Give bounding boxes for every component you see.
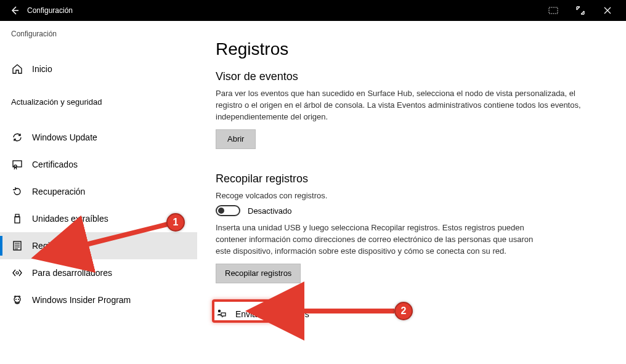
svg-point-8 <box>15 299 17 300</box>
feedback-link[interactable]: Enviar comentarios <box>216 308 608 321</box>
collect-logs-heading: Recopilar registros <box>216 172 608 185</box>
sidebar-item-label: Para desarrolladores <box>32 268 112 278</box>
sidebar: Configuración Inicio Actualización y seg… <box>0 21 197 364</box>
hub-icon-button[interactable] <box>540 0 567 21</box>
collect-toggle-caption: Recoge volcados con registros. <box>216 190 598 202</box>
sidebar-item-insider[interactable]: Windows Insider Program <box>0 286 197 313</box>
open-button[interactable]: Abrir <box>216 129 256 149</box>
usb-icon <box>11 212 23 225</box>
sidebar-item-label: Registros <box>32 241 68 251</box>
svg-rect-11 <box>221 313 226 316</box>
close-icon <box>604 7 611 14</box>
event-viewer-description: Para ver los eventos que han sucedido en… <box>216 88 598 123</box>
sync-icon <box>11 131 23 144</box>
sidebar-item-label: Recuperación <box>32 187 85 196</box>
logs-icon <box>11 240 23 252</box>
sidebar-item-certificates[interactable]: Certificados <box>0 151 197 178</box>
sidebar-item-label: Windows Update <box>32 132 97 142</box>
insider-icon <box>11 294 23 306</box>
collect-logs-button[interactable]: Recopilar registros <box>216 264 301 283</box>
recovery-icon <box>11 185 23 198</box>
sidebar-item-label: Unidades extraíbles <box>32 214 108 224</box>
sidebar-item-windows-update[interactable]: Windows Update <box>0 124 197 151</box>
sidebar-item-developers[interactable]: Para desarrolladores <box>0 259 197 286</box>
dumps-toggle[interactable] <box>216 205 240 216</box>
breadcrumb: Configuración <box>0 30 197 43</box>
developers-icon <box>11 267 23 279</box>
svg-point-7 <box>14 296 20 302</box>
collect-toggle-row: Desactivado <box>216 205 608 216</box>
svg-rect-4 <box>15 217 20 223</box>
sidebar-item-recovery[interactable]: Recuperación <box>0 178 197 205</box>
feedback-icon <box>216 308 227 321</box>
page-title: Registros <box>216 39 608 59</box>
svg-point-10 <box>218 310 221 312</box>
back-button[interactable] <box>5 0 25 21</box>
collect-description: Inserta una unidad USB y luego seleccion… <box>216 222 536 257</box>
content: Configuración Inicio Actualización y seg… <box>0 21 626 364</box>
svg-point-6 <box>16 272 18 274</box>
svg-rect-0 <box>549 7 558 14</box>
sidebar-section-label: Actualización y seguridad <box>0 83 197 111</box>
close-button[interactable] <box>594 0 621 21</box>
sidebar-item-home[interactable]: Inicio <box>0 55 197 83</box>
sidebar-item-removable-drives[interactable]: Unidades extraíbles <box>0 205 197 232</box>
main-content: Registros Visor de eventos Para ver los … <box>197 21 626 364</box>
maximize-button[interactable] <box>567 0 594 21</box>
titlebar: Configuración <box>0 0 626 21</box>
sidebar-item-label: Certificados <box>32 160 78 169</box>
window-title: Configuración <box>27 6 73 15</box>
feedback-label: Enviar comentarios <box>235 309 309 319</box>
dumps-toggle-state: Desactivado <box>248 206 292 216</box>
event-viewer-heading: Visor de eventos <box>216 70 608 83</box>
home-icon <box>11 63 23 75</box>
sidebar-item-label: Windows Insider Program <box>32 295 131 305</box>
back-arrow-icon <box>10 6 20 15</box>
certificate-icon <box>11 158 23 171</box>
hub-icon <box>548 7 558 14</box>
sidebar-item-label: Inicio <box>32 64 52 74</box>
maximize-icon <box>576 6 585 15</box>
svg-point-9 <box>18 299 19 300</box>
sidebar-item-logs[interactable]: Registros <box>0 232 197 259</box>
